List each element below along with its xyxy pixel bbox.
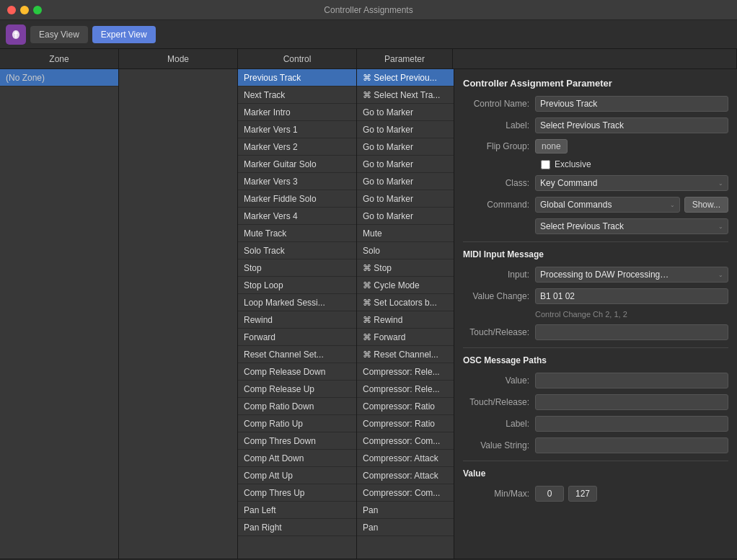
list-item[interactable]: Pan bbox=[357, 519, 454, 536]
list-item[interactable]: Comp Release Down bbox=[238, 363, 356, 381]
list-item[interactable]: Go to Marker bbox=[357, 104, 454, 121]
class-dropdown-arrow: ⌄ bbox=[718, 180, 723, 187]
easy-view-button[interactable]: Easy View bbox=[30, 26, 88, 43]
value-section: Value Min/Max: bbox=[463, 468, 728, 502]
list-item[interactable]: Marker Vers 1 bbox=[238, 121, 356, 138]
list-item[interactable]: Marker Fiddle Solo bbox=[238, 190, 356, 208]
zone-list: (No Zone) bbox=[0, 69, 118, 559]
osc-label-input[interactable] bbox=[535, 416, 728, 432]
expert-view-button[interactable]: Expert View bbox=[92, 26, 156, 43]
input-row: Input: Processing to DAW Processing to D… bbox=[463, 267, 728, 283]
plugin-icon[interactable] bbox=[6, 25, 26, 45]
list-item[interactable]: (No Zone) bbox=[0, 69, 118, 86]
osc-valuestring-input[interactable] bbox=[535, 437, 728, 453]
class-label: Class: bbox=[463, 178, 535, 188]
list-item[interactable]: Marker Vers 3 bbox=[238, 173, 356, 190]
value-change-input[interactable] bbox=[535, 288, 728, 304]
list-item[interactable]: Go to Marker bbox=[357, 138, 454, 156]
sub-command-dropdown[interactable]: Select Previous Track ⌄ bbox=[535, 218, 728, 234]
list-item[interactable]: Marker Intro bbox=[238, 104, 356, 121]
list-item[interactable]: Comp Thres Down bbox=[238, 432, 356, 450]
exclusive-checkbox[interactable] bbox=[541, 160, 550, 169]
param-list[interactable]: ⌘ Select Previou...⌘ Select Next Tra...G… bbox=[357, 69, 454, 559]
control-name-input[interactable] bbox=[535, 96, 728, 112]
minimize-button[interactable] bbox=[20, 6, 29, 14]
list-item[interactable]: Solo Track bbox=[238, 242, 356, 259]
list-item[interactable]: Go to Marker bbox=[357, 190, 454, 208]
assignment-section-title: Controller Assignment Parameter bbox=[463, 78, 728, 89]
list-item[interactable]: Compressor: Ratio bbox=[357, 415, 454, 432]
input-dropdown[interactable]: Processing to DAW Processing to DAW ⌄ bbox=[535, 267, 728, 283]
list-item[interactable]: ⌘ Stop bbox=[357, 259, 454, 277]
list-item[interactable]: Reset Channel Set... bbox=[238, 346, 356, 363]
list-item[interactable]: Compressor: Attack bbox=[357, 450, 454, 467]
close-button[interactable] bbox=[7, 6, 16, 14]
label-row: Label: bbox=[463, 117, 728, 133]
list-item[interactable]: Marker Vers 4 bbox=[238, 208, 356, 225]
osc-touch-label: Touch/Release: bbox=[463, 397, 535, 407]
list-item[interactable]: Comp Release Up bbox=[238, 381, 356, 398]
list-item[interactable]: Comp Att Down bbox=[238, 450, 356, 467]
list-item[interactable]: Pan Right bbox=[238, 519, 356, 536]
list-item[interactable]: Marker Vers 2 bbox=[238, 138, 356, 156]
list-item[interactable]: Compressor: Com... bbox=[357, 432, 454, 450]
list-item[interactable]: ⌘ Set Locators b... bbox=[357, 294, 454, 311]
class-dropdown[interactable]: Key Command ⌄ bbox=[535, 175, 728, 191]
list-item[interactable]: ⌘ Forward bbox=[357, 329, 454, 346]
list-item[interactable]: Next Track bbox=[238, 86, 356, 104]
column-headers: Zone Mode Control Parameter bbox=[0, 49, 737, 69]
list-item[interactable]: Comp Ratio Down bbox=[238, 398, 356, 415]
list-item[interactable]: Compressor: Attack bbox=[357, 467, 454, 484]
list-item[interactable]: ⌘ Select Previou... bbox=[357, 69, 454, 86]
list-item[interactable]: Mute bbox=[357, 225, 454, 242]
maximize-button[interactable] bbox=[33, 6, 42, 14]
list-item[interactable]: Go to Marker bbox=[357, 121, 454, 138]
list-item[interactable]: Comp Thres Up bbox=[238, 484, 356, 502]
list-item[interactable]: ⌘ Reset Channel... bbox=[357, 346, 454, 363]
max-input[interactable] bbox=[568, 486, 597, 502]
control-change-row: Control Change Ch 2, 1, 2 bbox=[463, 310, 728, 319]
list-item[interactable]: Compressor: Rele... bbox=[357, 363, 454, 381]
list-item[interactable]: Previous Track bbox=[238, 69, 356, 86]
list-item[interactable]: Loop Marked Sessi... bbox=[238, 294, 356, 311]
class-dropdown-value: Key Command bbox=[540, 178, 597, 188]
exclusive-row: Exclusive bbox=[463, 159, 728, 169]
list-item[interactable]: Comp Att Up bbox=[238, 467, 356, 484]
min-input[interactable] bbox=[535, 486, 564, 502]
list-item[interactable]: ⌘ Cycle Mode bbox=[357, 277, 454, 294]
list-item[interactable]: Mute Track bbox=[238, 225, 356, 242]
osc-value-input[interactable] bbox=[535, 373, 728, 388]
osc-touch-input[interactable] bbox=[535, 394, 728, 410]
touch-release-input[interactable] bbox=[535, 324, 728, 340]
right-header bbox=[453, 49, 737, 68]
list-item[interactable]: Go to Marker bbox=[357, 156, 454, 173]
input-dropdown-value: Processing to DAW Processing to DAW bbox=[540, 270, 670, 280]
label-input[interactable] bbox=[535, 117, 728, 133]
window-title: Controller Assignments bbox=[324, 5, 412, 15]
list-item[interactable]: Compressor: Com... bbox=[357, 484, 454, 502]
control-name-label: Control Name: bbox=[463, 99, 535, 109]
list-item[interactable]: Compressor: Rele... bbox=[357, 381, 454, 398]
list-item[interactable]: ⌘ Select Next Tra... bbox=[357, 86, 454, 104]
zone-panel: (No Zone) bbox=[0, 69, 119, 559]
list-item[interactable]: Stop Loop bbox=[238, 277, 356, 294]
list-item[interactable]: Rewind bbox=[238, 311, 356, 329]
list-item[interactable]: Stop bbox=[238, 259, 356, 277]
list-item[interactable]: Comp Ratio Up bbox=[238, 415, 356, 432]
list-item[interactable]: Pan bbox=[357, 502, 454, 519]
sub-command-row: Select Previous Track ⌄ bbox=[463, 218, 728, 234]
list-item[interactable]: Marker Guitar Solo bbox=[238, 156, 356, 173]
list-item[interactable]: Go to Marker bbox=[357, 173, 454, 190]
list-item[interactable]: Compressor: Ratio bbox=[357, 398, 454, 415]
list-item[interactable]: Solo bbox=[357, 242, 454, 259]
list-item[interactable]: Forward bbox=[238, 329, 356, 346]
list-item[interactable]: Pan Left bbox=[238, 502, 356, 519]
input-label: Input: bbox=[463, 270, 535, 280]
list-item[interactable]: Go to Marker bbox=[357, 208, 454, 225]
osc-touch-row: Touch/Release: bbox=[463, 394, 728, 410]
list-item[interactable]: ⌘ Rewind bbox=[357, 311, 454, 329]
command-dropdown[interactable]: Global Commands ⌄ bbox=[535, 197, 680, 213]
window-controls[interactable] bbox=[7, 6, 42, 14]
control-list[interactable]: Previous TrackNext TrackMarker IntroMark… bbox=[238, 69, 356, 559]
show-button[interactable]: Show... bbox=[684, 197, 728, 213]
